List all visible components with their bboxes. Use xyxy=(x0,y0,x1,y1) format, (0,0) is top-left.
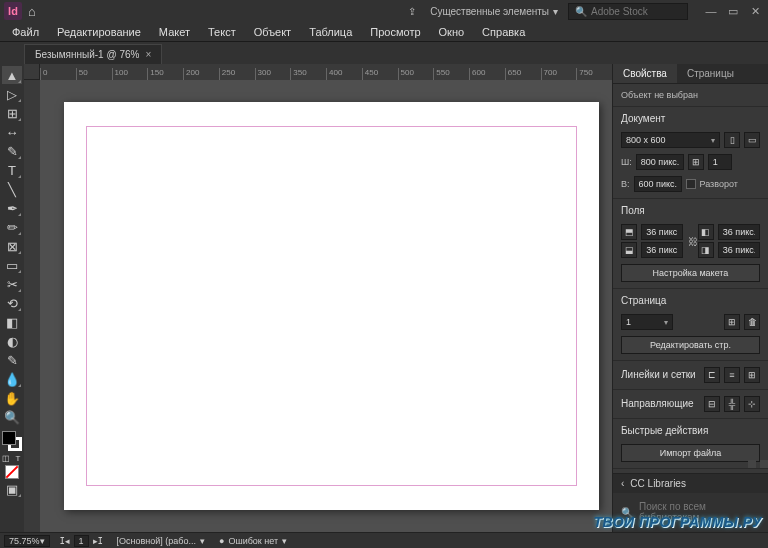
guides-options-icon-3[interactable]: ⊹ xyxy=(744,396,760,412)
view-mode-status[interactable]: [Основной] (рабо... ▾ xyxy=(113,536,209,546)
close-button[interactable]: ✕ xyxy=(746,4,764,18)
cc-libraries-header[interactable]: ‹ CC Libraries xyxy=(613,474,768,493)
margin-right-input[interactable] xyxy=(718,242,760,258)
menu-view[interactable]: Просмотр xyxy=(362,24,428,40)
margin-left-input[interactable] xyxy=(718,224,760,240)
grid-document-icon[interactable]: ⊞ xyxy=(744,367,760,383)
facing-pages-label: Разворот xyxy=(700,179,738,189)
close-tab-icon[interactable]: × xyxy=(145,49,151,60)
panel-collapse-icon[interactable] xyxy=(748,460,756,468)
search-input[interactable]: 🔍 Adobe Stock xyxy=(568,3,688,20)
no-selection-label: Объект не выбран xyxy=(621,90,760,100)
orientation-landscape-icon[interactable]: ▭ xyxy=(744,132,760,148)
minimize-button[interactable]: — xyxy=(702,4,720,18)
menu-table[interactable]: Таблица xyxy=(301,24,360,40)
page-nav[interactable]: ⵊ◂ 1 ▸ⵊ xyxy=(56,535,107,547)
rectangle-tool[interactable]: ▭ xyxy=(2,256,22,274)
essentials-workspace[interactable]: Существенные элементы ▾ xyxy=(426,4,562,19)
pencil-tool[interactable]: ✏ xyxy=(2,218,22,236)
menu-file[interactable]: Файл xyxy=(4,24,47,40)
pages-count-input[interactable] xyxy=(708,154,732,170)
document-tab-label: Безымянный-1 @ 76% xyxy=(35,49,139,60)
width-input[interactable] xyxy=(636,154,684,170)
line-tool[interactable]: ╲ xyxy=(2,180,22,198)
rulers-section-title: Линейки и сетки xyxy=(621,369,700,380)
content-collector-tool[interactable]: ✎ xyxy=(2,142,22,160)
page-preset-select[interactable]: 800 x 600 xyxy=(621,132,720,148)
page-number-select[interactable]: 1 xyxy=(621,314,673,330)
gradient-feather-tool[interactable]: ◐ xyxy=(2,332,22,350)
page-section-title: Страница xyxy=(621,295,760,306)
grid-baseline-icon[interactable]: ≡ xyxy=(724,367,740,383)
zoom-tool[interactable]: 🔍 xyxy=(2,408,22,426)
menu-layout[interactable]: Макет xyxy=(151,24,198,40)
menu-window[interactable]: Окно xyxy=(431,24,473,40)
panel-close-icon[interactable] xyxy=(760,460,768,468)
layout-settings-button[interactable]: Настройка макета xyxy=(621,264,760,282)
tab-pages[interactable]: Страницы xyxy=(677,64,744,83)
delete-page-icon[interactable]: 🗑 xyxy=(744,314,760,330)
link-margins-icon[interactable]: ⛓ xyxy=(688,236,698,247)
format-text-icon[interactable]: T xyxy=(13,453,23,463)
apply-none-swatch[interactable] xyxy=(5,465,19,479)
fill-stroke-swatch[interactable] xyxy=(2,431,22,451)
facing-pages-checkbox[interactable] xyxy=(686,179,696,189)
ruler-origin[interactable] xyxy=(24,64,40,80)
hand-tool[interactable]: ✋ xyxy=(2,389,22,407)
pen-tool[interactable]: ✒ xyxy=(2,199,22,217)
document-tab[interactable]: Безымянный-1 @ 76% × xyxy=(24,44,162,64)
height-input[interactable] xyxy=(634,176,682,192)
view-mode-tool[interactable]: ▣ xyxy=(2,480,22,498)
guides-options-icon-2[interactable]: ╬ xyxy=(724,396,740,412)
rulers-toggle-icon[interactable]: ⊏ xyxy=(704,367,720,383)
preflight-status[interactable]: ● Ошибок нет ▾ xyxy=(215,536,291,546)
vertical-ruler[interactable] xyxy=(24,80,40,532)
height-label: В: xyxy=(621,179,630,189)
horizontal-ruler[interactable]: 0501001502002503003504004505005506006507… xyxy=(40,64,612,80)
add-page-icon[interactable]: ⊞ xyxy=(724,314,740,330)
gradient-swatch-tool[interactable]: ◧ xyxy=(2,313,22,331)
maximize-button[interactable]: ▭ xyxy=(724,4,742,18)
rectangle-frame-tool[interactable]: ⊠ xyxy=(2,237,22,255)
document-section-title: Документ xyxy=(621,113,760,124)
search-icon: 🔍 xyxy=(575,6,587,17)
chevron-down-icon: ▾ xyxy=(553,6,558,17)
cc-libraries-label: CC Libraries xyxy=(630,478,686,489)
pages-icon: ⊞ xyxy=(688,154,704,170)
type-tool[interactable]: T xyxy=(2,161,22,179)
menu-object[interactable]: Объект xyxy=(246,24,299,40)
workspace-label: Существенные элементы xyxy=(430,6,549,17)
guides-options-icon-1[interactable]: ⊟ xyxy=(704,396,720,412)
menu-text[interactable]: Текст xyxy=(200,24,244,40)
tab-properties[interactable]: Свойства xyxy=(613,64,677,83)
page-tool[interactable]: ⊞ xyxy=(2,104,22,122)
margin-bottom-input[interactable] xyxy=(641,242,683,258)
menu-edit[interactable]: Редактирование xyxy=(49,24,149,40)
gap-tool[interactable]: ↔ xyxy=(2,123,22,141)
menu-help[interactable]: Справка xyxy=(474,24,533,40)
margin-right-icon: ◨ xyxy=(698,242,714,258)
page[interactable] xyxy=(64,102,599,510)
free-transform-tool[interactable]: ⟲ xyxy=(2,294,22,312)
margins-section-title: Поля xyxy=(621,205,760,216)
toolbox: ▲ ▷ ⊞ ↔ ✎ T ╲ ✒ ✏ ⊠ ▭ ✂ ⟲ ◧ ◐ ✎ 💧 ✋ 🔍 ◫ … xyxy=(0,64,24,532)
format-container-icon[interactable]: ◫ xyxy=(1,453,11,463)
publish-button[interactable]: ⇪ xyxy=(404,4,420,19)
eyedropper-tool[interactable]: 💧 xyxy=(2,370,22,388)
width-label: Ш: xyxy=(621,157,632,167)
direct-selection-tool[interactable]: ▷ xyxy=(2,85,22,103)
chevron-icon: ‹ xyxy=(621,478,624,489)
margin-left-icon: ◧ xyxy=(698,224,714,240)
zoom-level[interactable]: 75.75% ▾ xyxy=(4,535,50,547)
guides-section-title: Направляющие xyxy=(621,398,700,409)
scissors-tool[interactable]: ✂ xyxy=(2,275,22,293)
selection-tool[interactable]: ▲ xyxy=(2,66,22,84)
note-tool[interactable]: ✎ xyxy=(2,351,22,369)
margin-top-input[interactable] xyxy=(641,224,683,240)
home-icon[interactable]: ⌂ xyxy=(28,4,36,19)
import-file-button[interactable]: Импорт файла xyxy=(621,444,760,462)
margin-guides xyxy=(86,126,577,486)
orientation-portrait-icon[interactable]: ▯ xyxy=(724,132,740,148)
edit-page-button[interactable]: Редактировать стр. xyxy=(621,336,760,354)
canvas[interactable]: 0501001502002503003504004505005506006507… xyxy=(24,64,612,532)
